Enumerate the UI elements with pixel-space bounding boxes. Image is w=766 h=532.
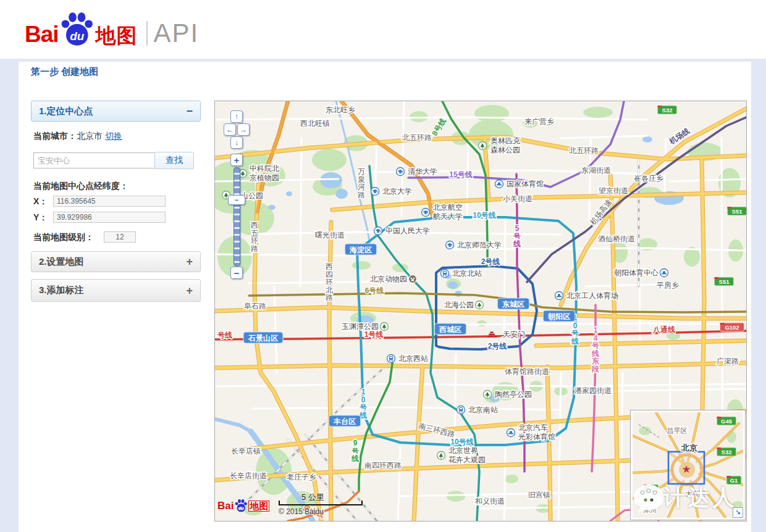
svg-text:西四环北路: 西四环北路 xyxy=(325,262,333,302)
pan-down-button[interactable]: ↓ xyxy=(230,136,243,149)
svg-text:海淀区: 海淀区 xyxy=(349,246,372,254)
svg-text:昌平区: 昌平区 xyxy=(667,427,688,434)
pan-right-button[interactable]: → xyxy=(237,123,250,136)
svg-text:北京: 北京 xyxy=(681,443,697,452)
svg-text:G45: G45 xyxy=(721,418,733,425)
map-level-input[interactable] xyxy=(104,231,136,243)
svg-text:号线: 号线 xyxy=(217,331,232,339)
zoom-slider-handle[interactable]: − xyxy=(228,195,245,205)
svg-text:东湖街道: 东湖街道 xyxy=(581,166,611,175)
svg-text:北京动物园: 北京动物园 xyxy=(370,275,407,283)
svg-text:朝阳体育中心: 朝阳体育中心 xyxy=(614,268,659,277)
find-button[interactable]: 查找 xyxy=(154,152,194,169)
expand-plus-icon[interactable]: + xyxy=(186,256,193,267)
svg-text:平房乡: 平房乡 xyxy=(657,281,679,289)
svg-text:来广营乡: 来广营乡 xyxy=(524,117,554,126)
svg-text:北京航空: 北京航空 xyxy=(433,203,463,212)
panel-locate-center-header[interactable]: 1.定位中心点 − xyxy=(31,101,201,122)
svg-text:石景山区: 石景山区 xyxy=(248,334,278,343)
zoom-in-button[interactable]: + xyxy=(230,154,243,166)
district-badge: 石景山区 xyxy=(243,332,283,343)
poi-tree: 北海公园 xyxy=(444,301,484,309)
panel-add-marker-header[interactable]: 3.添加标注 + xyxy=(31,279,201,302)
svg-text:航天大学: 航天大学 xyxy=(433,212,463,221)
svg-text:广渠路: 广渠路 xyxy=(717,357,739,365)
svg-text:陶然亭公园: 陶然亭公园 xyxy=(495,390,532,399)
x-label: X： xyxy=(33,196,48,207)
svg-text:西五环路: 西五环路 xyxy=(250,221,258,253)
highway-shield: S32 xyxy=(657,106,677,114)
svg-text:曙光街道: 曙光街道 xyxy=(315,231,345,239)
district-badge: 丰台区 xyxy=(329,415,361,426)
maplogo-bai-text: Bai xyxy=(217,500,234,512)
collapse-minus-icon[interactable]: − xyxy=(186,106,193,117)
svg-text:北京大学: 北京大学 xyxy=(382,187,412,196)
svg-text:2号线: 2号线 xyxy=(488,342,507,351)
panel-set-map-header[interactable]: 2.设置地图 + xyxy=(31,251,201,272)
svg-text:北京汽车: 北京汽车 xyxy=(518,423,548,432)
svg-text:玉渊潭公园: 玉渊潭公园 xyxy=(342,322,379,331)
highway-shield: G45 xyxy=(717,417,736,425)
svg-text:万泉河路: 万泉河路 xyxy=(357,167,365,199)
logo-ditu-text: 地图 xyxy=(96,25,138,46)
district-badge: 西城区 xyxy=(434,323,466,335)
pan-left-button[interactable]: ← xyxy=(224,123,236,136)
svg-text:S32: S32 xyxy=(662,107,673,114)
x-input[interactable] xyxy=(53,196,166,207)
zoom-out-button[interactable]: − xyxy=(230,267,243,279)
svg-text:酒仙桥街道: 酒仙桥街道 xyxy=(598,235,635,243)
svg-text:森林公园: 森林公园 xyxy=(490,146,520,154)
svg-text:国家体育馆: 国家体育馆 xyxy=(507,180,544,188)
map-baidu-logo: Bai du 地图 xyxy=(217,499,269,513)
svg-text:八通线: 八通线 xyxy=(652,325,675,334)
center-coord-label: 当前地图中心点经纬度： xyxy=(33,181,128,192)
panel2-title: 2.设置地图 xyxy=(39,256,84,268)
svg-text:潘家园街道: 潘家园街道 xyxy=(574,386,612,395)
highway-shield: S51 xyxy=(727,207,746,215)
svg-text:和义街道: 和义街道 xyxy=(475,497,505,505)
y-input[interactable] xyxy=(53,212,166,223)
poi-univ: 北京大学 xyxy=(371,187,413,196)
panel1-title: 1.定位中心点 xyxy=(39,106,93,117)
svg-text:南四环西路: 南四环西路 xyxy=(364,461,402,470)
search-input[interactable] xyxy=(33,152,156,168)
pan-up-button[interactable]: ↑ xyxy=(230,110,243,123)
map-canvas[interactable]: 北五环路北五环路阜石路广渠路南三环西路南四环西路西五环路西四环北路万泉河路机场高… xyxy=(214,101,747,522)
svg-text:崔各庄乡: 崔各庄乡 xyxy=(634,174,663,183)
svg-text:朝阳区: 朝阳区 xyxy=(547,312,570,321)
svg-text:体育馆路街道: 体育馆路街道 xyxy=(505,367,549,376)
svg-text:涿州: 涿州 xyxy=(643,506,657,513)
svg-text:北京南站: 北京南站 xyxy=(468,405,498,414)
baidu-paw-icon: du xyxy=(59,11,95,49)
svg-text:望京街道: 望京街道 xyxy=(599,186,628,195)
svg-text:阜石路: 阜石路 xyxy=(244,302,266,310)
svg-text:西城区: 西城区 xyxy=(439,325,461,334)
switch-city-link[interactable]: 切换 xyxy=(105,131,122,141)
current-city-row: 当前城市：北京市 切换 xyxy=(33,131,122,142)
app-header: Bai du 地图 API xyxy=(0,0,766,59)
svg-text:北五环路: 北五环路 xyxy=(569,146,599,155)
zoom-slider-track[interactable] xyxy=(234,167,240,266)
svg-text:北京世界: 北京世界 xyxy=(448,446,478,455)
district-badge: 东城区 xyxy=(497,298,529,309)
svg-text:北五环路: 北五环路 xyxy=(402,133,432,142)
svg-text:S51: S51 xyxy=(719,278,730,285)
svg-text:北京北站: 北京北站 xyxy=(452,269,482,278)
svg-text:花卉大观园: 花卉大观园 xyxy=(448,455,486,464)
svg-text:★: ★ xyxy=(681,463,691,475)
svg-text:G1: G1 xyxy=(730,477,738,484)
svg-text:du: du xyxy=(238,506,244,511)
minimap-collapse-button[interactable]: ↘ xyxy=(733,507,743,518)
svg-text:北海公园: 北海公园 xyxy=(444,301,474,309)
svg-text:小关街道: 小关街道 xyxy=(503,194,532,203)
highway-shield: S51 xyxy=(714,277,734,286)
overview-minimap[interactable]: ★北京昌平区大兴区涿州G45S32G1G5 ↘ xyxy=(630,410,746,520)
panel3-title: 3.添加标注 xyxy=(39,285,84,296)
copyright-text: © 2015 Baidu xyxy=(279,507,324,516)
expand-plus-icon[interactable]: + xyxy=(186,285,193,296)
svg-text:奥林匹克: 奥林匹克 xyxy=(490,136,521,145)
highway-shield: G102 xyxy=(720,323,744,331)
svg-text:G5: G5 xyxy=(647,486,655,493)
maplogo-ditu-text: 地图 xyxy=(248,501,269,512)
svg-text:北京师范大学: 北京师范大学 xyxy=(457,241,502,249)
